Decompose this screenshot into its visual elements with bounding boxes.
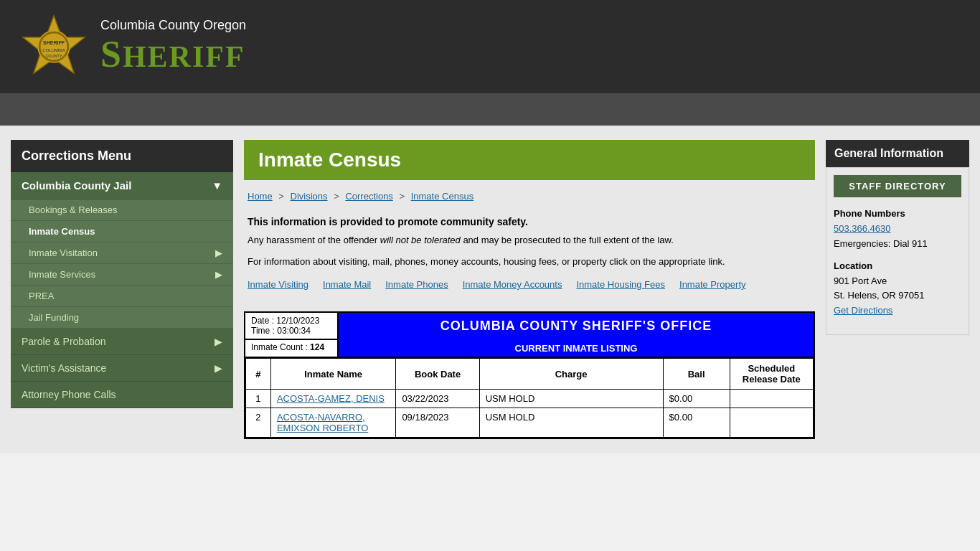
sidebar-menu-title: Corrections Menu (11, 140, 233, 172)
table-date-box: Date : 12/10/2023 Time : 03:00:34 (245, 313, 339, 340)
right-location-label: Location (834, 260, 961, 271)
main-content: Inmate Census Home > Divisions > Correct… (244, 140, 815, 439)
main-container: Corrections Menu Columbia County Jail ▼ … (0, 126, 980, 453)
page-title-bar: Inmate Census (244, 140, 815, 180)
link-inmate-housing[interactable]: Inmate Housing Fees (576, 279, 665, 290)
header-title: SHERIFF (100, 33, 246, 75)
cell-bookdate: 03/22/2023 (396, 390, 479, 408)
cell-num: 2 (246, 408, 271, 438)
inmate-table-container: Date : 12/10/2023 Time : 03:00:34 COLUMB… (244, 311, 815, 439)
sidebar-section-jail: Columbia County Jail ▼ Bookings & Releas… (11, 172, 233, 329)
cell-bookdate: 09/18/2023 (396, 408, 479, 438)
right-address-line2: St. Helens, OR 97051 (834, 288, 961, 303)
cell-name: ACOSTA-GAMEZ, DENIS (270, 390, 395, 408)
inmate-name-link[interactable]: ACOSTA-NAVARRO, EMIXSON ROBERTO (277, 412, 368, 433)
cell-release (730, 390, 813, 408)
sidebar-section-label-jail: Columbia County Jail (22, 179, 131, 192)
cell-charge: USM HOLD (479, 390, 663, 408)
right-sidebar-body: STAFF DIRECTORY Phone Numbers 503.366.46… (826, 167, 969, 335)
sidebar-item-jail-funding[interactable]: Jail Funding (11, 307, 233, 329)
link-inmate-visiting[interactable]: Inmate Visiting (248, 279, 308, 290)
link-inmate-money[interactable]: Inmate Money Accounts (463, 279, 562, 290)
chevron-right-icon-2: ▶ (215, 269, 222, 280)
cell-charge: USM HOLD (479, 408, 663, 438)
chevron-right-icon-4: ▶ (215, 362, 222, 374)
col-header-name: Inmate Name (270, 359, 395, 390)
table-subtitle-text: CURRENT INMATE LISTING (341, 343, 811, 354)
sidebar: Corrections Menu Columbia County Jail ▼ … (11, 140, 233, 439)
info-bold-text: This information is provided to promote … (248, 216, 811, 227)
sidebar-sub-items: Bookings & Releases Inmate Census Inmate… (11, 199, 233, 329)
sidebar-item-prea[interactable]: PREA (11, 286, 233, 307)
page-title: Inmate Census (258, 149, 801, 171)
link-inmate-mail[interactable]: Inmate Mail (323, 279, 371, 290)
right-phone-label: Phone Numbers (834, 208, 961, 219)
chevron-down-icon: ▼ (212, 179, 222, 192)
breadcrumb-divisions[interactable]: Divisions (291, 191, 328, 202)
staff-directory-button[interactable]: STAFF DIRECTORY (834, 175, 961, 197)
right-directions: Get Directions (834, 303, 961, 319)
sidebar-item-bookings[interactable]: Bookings & Releases (11, 199, 233, 221)
right-address-line1: 901 Port Ave (834, 274, 961, 289)
sidebar-item-inmate-services[interactable]: Inmate Services ▶ (11, 264, 233, 286)
info-para2: For information about visiting, mail, ph… (248, 255, 811, 269)
col-header-release: Scheduled Release Date (730, 359, 813, 390)
table-row: 2 ACOSTA-NAVARRO, EMIXSON ROBERTO 09/18/… (246, 408, 814, 438)
sidebar-section-header-jail[interactable]: Columbia County Jail ▼ (11, 172, 233, 199)
inmate-links: Inmate Visiting Inmate Mail Inmate Phone… (248, 279, 811, 290)
directions-link[interactable]: Get Directions (834, 305, 892, 316)
table-title-text: COLUMBIA COUNTY SHERIFF'S OFFICE (344, 319, 808, 334)
col-header-num: # (246, 359, 271, 390)
right-sidebar: General Information STAFF DIRECTORY Phon… (826, 140, 969, 439)
sidebar-link-parole[interactable]: Parole & Probation ▶ (11, 329, 233, 355)
cell-name: ACOSTA-NAVARRO, EMIXSON ROBERTO (270, 408, 395, 438)
link-inmate-property[interactable]: Inmate Property (679, 279, 746, 290)
col-header-charge: Charge (479, 359, 663, 390)
svg-text:SHERIFF: SHERIFF (43, 40, 65, 45)
table-time: Time : 03:00:34 (251, 326, 331, 336)
info-section: This information is provided to promote … (244, 212, 815, 304)
sheriff-logo: SHERIFF COLUMBIA COUNTY (22, 14, 86, 79)
table-header-row: Date : 12/10/2023 Time : 03:00:34 COLUMB… (245, 313, 814, 340)
right-sidebar-title: General Information (826, 140, 969, 167)
cell-num: 1 (246, 390, 271, 408)
cell-release (730, 408, 813, 438)
phone-link[interactable]: 503.366.4630 (834, 223, 891, 234)
breadcrumb-home[interactable]: Home (248, 191, 273, 202)
breadcrumb: Home > Divisions > Corrections > Inmate … (244, 191, 815, 202)
sidebar-link-victims[interactable]: Victim's Assistance ▶ (11, 355, 233, 382)
info-para1: Any harassment of the offender will not … (248, 233, 811, 248)
right-phone-number: 503.366.4630 (834, 222, 961, 237)
breadcrumb-corrections[interactable]: Corrections (345, 191, 392, 202)
table-count-box: Inmate Count : 124 (245, 340, 339, 358)
col-header-bookdate: Book Date (396, 359, 479, 390)
sidebar-item-inmate-census[interactable]: Inmate Census (11, 221, 233, 242)
table-date: Date : 12/10/2023 (251, 316, 331, 326)
inmate-data-table: # Inmate Name Book Date Charge Bail Sche… (245, 358, 814, 438)
nav-bar (0, 93, 980, 126)
table-title-box: COLUMBIA COUNTY SHERIFF'S OFFICE (339, 313, 814, 340)
header-subtitle: Columbia County Oregon (100, 18, 246, 33)
link-inmate-phones[interactable]: Inmate Phones (385, 279, 448, 290)
right-location-section: Location 901 Port Ave St. Helens, OR 970… (834, 260, 961, 319)
col-header-bail: Bail (663, 359, 730, 390)
site-header: SHERIFF COLUMBIA COUNTY Columbia County … (0, 0, 980, 93)
right-emergencies: Emergencies: Dial 911 (834, 237, 961, 252)
sidebar-item-inmate-visitation[interactable]: Inmate Visitation ▶ (11, 242, 233, 264)
right-phone-section: Phone Numbers 503.366.4630 Emergencies: … (834, 208, 961, 252)
svg-text:COUNTY: COUNTY (45, 54, 62, 58)
table-count-row: Inmate Count : 124 CURRENT INMATE LISTIN… (245, 340, 814, 358)
breadcrumb-inmate-census[interactable]: Inmate Census (411, 191, 473, 202)
svg-text:COLUMBIA: COLUMBIA (42, 48, 65, 52)
cell-bail: $0.00 (663, 390, 730, 408)
cell-bail: $0.00 (663, 408, 730, 438)
chevron-right-icon-3: ▶ (215, 336, 222, 347)
chevron-right-icon: ▶ (215, 248, 222, 258)
sidebar-link-attorney[interactable]: Attorney Phone Calls (11, 382, 233, 408)
header-text: Columbia County Oregon SHERIFF (100, 18, 246, 75)
inmate-name-link[interactable]: ACOSTA-GAMEZ, DENIS (277, 393, 385, 404)
table-row: 1 ACOSTA-GAMEZ, DENIS 03/22/2023 USM HOL… (246, 390, 814, 408)
table-subtitle-box: CURRENT INMATE LISTING (339, 340, 814, 358)
